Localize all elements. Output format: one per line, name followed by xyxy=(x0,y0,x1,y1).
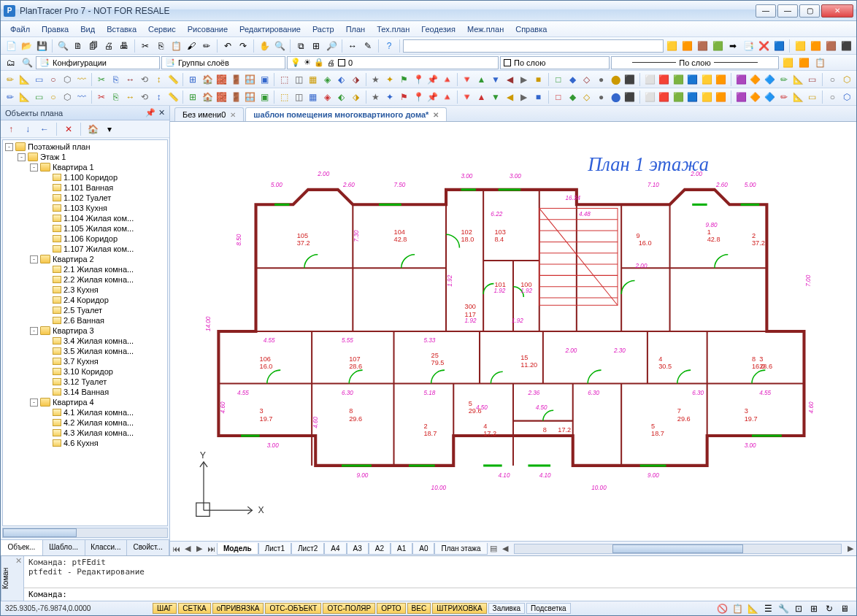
tbar3-btn-0[interactable]: ✏ xyxy=(4,90,18,104)
tbar3-btn-38[interactable]: ◇ xyxy=(580,90,594,104)
plot-icon[interactable]: 🖶 xyxy=(117,39,131,53)
tbar3-btn-32[interactable]: ▼ xyxy=(489,90,503,104)
tree-room-1-4[interactable]: 2.5 Туалет xyxy=(3,305,167,315)
status-сетка[interactable]: СЕТКА xyxy=(178,603,211,614)
tbar2-btn-23[interactable]: ⬗ xyxy=(349,72,363,87)
tbar3-btn-46[interactable]: 🟨 xyxy=(700,90,714,104)
tbar2-btn-15[interactable]: 🚪 xyxy=(229,72,243,87)
tree-room-2-0[interactable]: 3.4 Жилая комна... xyxy=(3,336,167,346)
doc-tab-0[interactable]: Без имени0✕ xyxy=(174,107,244,121)
tbar3-btn-6[interactable]: ✂ xyxy=(95,90,109,104)
menu-файл[interactable]: Файл xyxy=(5,23,35,35)
tbar3-btn-10[interactable]: ↕ xyxy=(152,90,166,104)
save-icon[interactable]: 💾 xyxy=(34,39,49,53)
menu-растр[interactable]: Растр xyxy=(307,23,339,35)
tbar2-btn-55[interactable]: ⬡ xyxy=(840,72,854,87)
print-icon[interactable]: 🖨 xyxy=(101,39,116,53)
tbar2-btn-52[interactable]: 📐 xyxy=(791,72,805,87)
tree-apt-1[interactable]: -Квартира 2 xyxy=(3,254,167,264)
tbar3-btn-19[interactable]: ◫ xyxy=(292,90,306,104)
tbar3-btn-4[interactable]: ⬡ xyxy=(61,90,74,104)
minimize-button[interactable]: — xyxy=(777,4,798,18)
match-icon[interactable]: 🖌 xyxy=(184,39,199,53)
tree-room-3-1[interactable]: 4.2 Жилая комна... xyxy=(3,417,167,428)
erase-icon[interactable]: ✏ xyxy=(199,39,214,53)
panel-tab-0[interactable]: Объек... xyxy=(1,540,43,555)
tbar3-btn-55[interactable]: ⬡ xyxy=(840,90,854,104)
cfg-end3-icon[interactable]: 📋 xyxy=(812,55,827,70)
tbar2-btn-24[interactable]: ★ xyxy=(369,72,383,87)
tbar2-btn-9[interactable]: ⟲ xyxy=(138,72,152,87)
dist-icon[interactable]: ↔ xyxy=(345,39,360,53)
config-dropdown[interactable]: 📑 Конфигурации xyxy=(36,56,160,69)
cfg-end2-icon[interactable]: 🟧 xyxy=(796,55,811,70)
tbar2-btn-28[interactable]: 📌 xyxy=(426,72,440,87)
tbar3-btn-15[interactable]: 🚪 xyxy=(229,90,243,104)
pin-icon[interactable]: 📌 xyxy=(145,108,155,118)
tbar2-btn-6[interactable]: ✂ xyxy=(95,72,109,87)
delete-icon[interactable]: ✕ xyxy=(61,122,76,136)
tree-apt-0[interactable]: -Квартира 1 xyxy=(3,162,167,172)
tbar2-btn-32[interactable]: ▼ xyxy=(489,72,503,87)
layout-tab-6[interactable]: A1 xyxy=(391,543,412,555)
tbar2-btn-40[interactable]: ⬤ xyxy=(609,72,623,87)
doc-tab-close-0[interactable]: ✕ xyxy=(230,111,236,119)
t1-icon[interactable]: 🟨 xyxy=(664,39,679,53)
layout-tab-7[interactable]: A0 xyxy=(412,543,434,555)
tbar2-btn-4[interactable]: ⬡ xyxy=(61,72,74,87)
menu-меж.план[interactable]: Меж.план xyxy=(462,23,509,35)
tbar2-btn-13[interactable]: 🏠 xyxy=(201,72,215,87)
tbar3-btn-20[interactable]: ▦ xyxy=(306,90,320,104)
tbar3-btn-49[interactable]: 🔶 xyxy=(748,90,762,104)
tbar3-btn-52[interactable]: 📐 xyxy=(791,90,805,104)
tbar2-btn-2[interactable]: ▭ xyxy=(32,72,46,87)
print-setup-icon[interactable]: 🗐 xyxy=(86,39,101,53)
si6-icon[interactable]: ⊡ xyxy=(791,601,806,616)
up-icon[interactable]: ↑ xyxy=(4,122,18,136)
tbar3-btn-40[interactable]: ⬤ xyxy=(609,90,623,104)
tbar2-btn-43[interactable]: 🟥 xyxy=(657,72,671,87)
tbar3-btn-53[interactable]: ▭ xyxy=(806,90,820,104)
tree-room-3-3[interactable]: 4.6 Кухня xyxy=(3,438,167,448)
tbar3-btn-51[interactable]: ✏ xyxy=(777,90,791,104)
dd-icon[interactable]: ▾ xyxy=(102,122,117,136)
tree-room-0-5[interactable]: 1.105 Жилая ком... xyxy=(3,223,167,234)
tree-room-0-1[interactable]: 1.101 Ванная xyxy=(3,182,167,193)
tbar2-btn-46[interactable]: 🟨 xyxy=(700,72,714,87)
t12-icon[interactable]: ⬛ xyxy=(839,39,853,53)
layout-scroll-left-icon[interactable]: ◀ xyxy=(499,544,511,553)
tbar2-btn-39[interactable]: ● xyxy=(594,72,608,87)
tree-room-2-3[interactable]: 3.10 Коридор xyxy=(3,366,167,377)
status-отс-поляр[interactable]: ОТС-ПОЛЯР xyxy=(323,603,375,614)
tbar3-btn-39[interactable]: ● xyxy=(594,90,608,104)
tbar2-btn-14[interactable]: 🧱 xyxy=(215,72,228,87)
search-input[interactable] xyxy=(403,39,664,53)
tbar2-btn-35[interactable]: ■ xyxy=(531,72,545,87)
tbar2-btn-17[interactable]: ▣ xyxy=(258,72,272,87)
print-prev-icon[interactable]: 🗎 xyxy=(71,39,85,53)
t3-icon[interactable]: 🟫 xyxy=(695,39,710,53)
tree-room-2-4[interactable]: 3.12 Туалет xyxy=(3,377,167,387)
zoom-icon[interactable]: 🔍 xyxy=(272,39,287,53)
cut-icon[interactable]: ✂ xyxy=(138,39,153,53)
layout-tab-2[interactable]: Лист2 xyxy=(291,543,324,555)
tbar3-btn-36[interactable]: □ xyxy=(552,90,566,104)
panel-tab-2[interactable]: Класси... xyxy=(85,540,128,555)
layout-menu-icon[interactable]: ▤ xyxy=(488,544,499,553)
copy-icon[interactable]: ⎘ xyxy=(153,39,168,53)
menu-вид[interactable]: Вид xyxy=(75,23,100,35)
tree-room-2-5[interactable]: 3.14 Ванная xyxy=(3,387,167,397)
tbar2-btn-3[interactable]: ○ xyxy=(47,72,61,87)
layout-tab-1[interactable]: Лист1 xyxy=(258,543,291,555)
si2-icon[interactable]: 📋 xyxy=(730,601,745,616)
bylayer-dropdown-1[interactable]: По слою xyxy=(500,56,610,69)
drawing-canvas[interactable]: План 1 этажа xyxy=(170,122,856,541)
zoom-all-icon[interactable]: 🔎 xyxy=(324,39,339,53)
tbar3-btn-22[interactable]: ⬖ xyxy=(334,90,348,104)
tree-room-0-4[interactable]: 1.104 Жилая ком... xyxy=(3,213,167,223)
tbar2-btn-51[interactable]: ✏ xyxy=(777,72,791,87)
doc-tab-close-1[interactable]: ✕ xyxy=(433,111,439,119)
tree-apt-2[interactable]: -Квартира 3 xyxy=(3,326,167,336)
menu-рисование[interactable]: Рисование xyxy=(182,23,233,35)
t7-icon[interactable]: ❌ xyxy=(756,39,771,53)
